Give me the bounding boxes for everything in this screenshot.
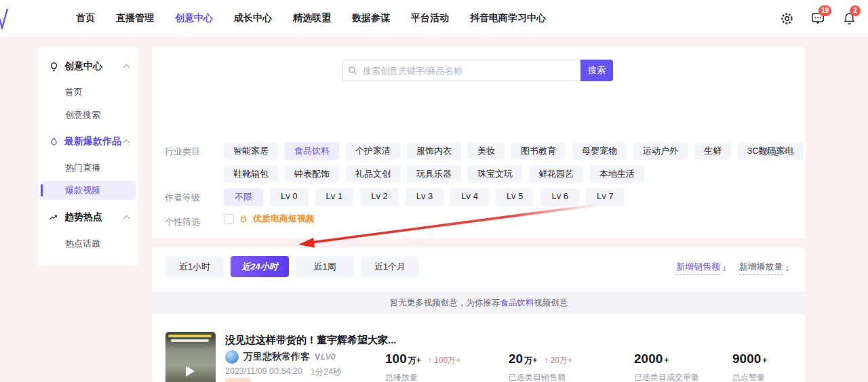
trend-icon — [49, 213, 59, 223]
sidebar-item-home[interactable]: 首页 — [38, 83, 138, 102]
nav-menu: 首页 直播管理 创意中心 成长中心 精选联盟 数据参谋 平台活动 抖音电商学习中… — [76, 12, 546, 24]
search-input[interactable] — [342, 60, 580, 81]
quality-video-checkbox[interactable] — [224, 214, 234, 224]
industry-tag-selected[interactable]: 食品饮料 — [285, 142, 339, 160]
creative-center-page: 首页 直播管理 创意中心 成长中心 精选联盟 数据参谋 平台活动 抖音电商学习中… — [0, 0, 868, 382]
time-filter-group: 近1小时 近24小时 近1周 近1个月 — [165, 256, 419, 277]
stat-label: 已选类目销售额 — [509, 372, 572, 382]
play-icon — [186, 366, 195, 377]
stat-delta: ↑ 20万+ — [544, 355, 572, 366]
nav-item-learning-center[interactable]: 抖音电商学习中心 — [470, 12, 546, 24]
sidebar-item-hot-videos[interactable]: 爆款视频 — [41, 181, 136, 200]
search-bar: 搜索 — [342, 60, 613, 81]
stat-value: 9000 — [732, 352, 761, 366]
author-level[interactable]: Lv 1 — [315, 188, 354, 206]
collapse-link[interactable]: 收起 — [762, 146, 787, 158]
industry-tag[interactable]: 个护家清 — [346, 142, 400, 160]
nav-item-home[interactable]: 首页 — [76, 12, 95, 24]
author-level-unlimited[interactable]: 不限 — [224, 188, 263, 206]
industry-tag[interactable]: 礼品文创 — [346, 165, 400, 183]
avatar[interactable] — [225, 350, 239, 364]
notice-category-link[interactable]: 食品饮料 — [500, 298, 534, 307]
nav-item-featured-alliance[interactable]: 精选联盟 — [293, 12, 331, 24]
sidebar-group-label: 趋势热点 — [64, 211, 102, 224]
author-level[interactable]: Lv 3 — [406, 188, 444, 206]
nav-item-data-advisor[interactable]: 数据参谋 — [352, 12, 390, 24]
author-level[interactable]: Lv 6 — [540, 188, 579, 206]
author-level[interactable]: Lv 5 — [496, 188, 534, 206]
stat-label: 总播放量 — [385, 372, 460, 382]
industry-tag[interactable]: 母婴宠物 — [572, 142, 627, 160]
industry-tag[interactable]: 珠宝文玩 — [468, 165, 522, 183]
top-navbar: 首页 直播管理 创意中心 成长中心 精选联盟 数据参谋 平台活动 抖音电商学习中… — [0, 0, 868, 37]
quality-video-label[interactable]: 优质电商短视频 — [253, 213, 315, 225]
stat-label: 总点赞量 — [732, 372, 767, 382]
industry-tag-row-2: 鞋靴箱包 钟表配饰 礼品文创 玩具乐器 珠宝文玩 鲜花园艺 本地生活 — [224, 165, 644, 183]
author-level[interactable]: Lv 7 — [586, 188, 625, 206]
author-level[interactable]: Lv 0 — [270, 188, 309, 206]
nav-item-creative-center[interactable]: 创意中心 — [175, 12, 213, 24]
sidebar-group-latest-hits[interactable]: 最新爆款作品 — [38, 132, 138, 151]
industry-tag[interactable]: 钟表配饰 — [285, 165, 339, 183]
stat-value: 20 — [509, 352, 523, 366]
industry-tag[interactable]: 生鲜 — [694, 142, 731, 160]
sort-by-sales[interactable]: 新增销售额 ↓ — [676, 261, 727, 275]
video-author-row: 万里悲秋常作客 VLV0 — [225, 350, 335, 364]
time-filter-1h[interactable]: 近1小时 — [165, 256, 224, 277]
filter-card: 搜索 行业类目 智能家居 食品饮料 个护家清 服饰内衣 美妆 图书教育 母婴宠物… — [152, 47, 806, 238]
industry-tag[interactable]: 本地生活 — [590, 165, 644, 183]
industry-tag[interactable]: 鞋靴箱包 — [224, 165, 278, 183]
search-button[interactable]: 搜索 — [580, 60, 613, 81]
author-level[interactable]: Lv 2 — [360, 188, 399, 206]
industry-tag[interactable]: 美妆 — [468, 142, 505, 160]
sidebar-item-hot-topics[interactable]: 热点话题 — [38, 234, 138, 253]
nav-item-growth-center[interactable]: 成长中心 — [234, 12, 272, 24]
nav-item-live-management[interactable]: 直播管理 — [116, 12, 154, 24]
stat-delta: ↑ 100万+ — [428, 355, 460, 366]
settings-gear-icon[interactable] — [778, 10, 795, 26]
stat-category-sales: 20万+↑ 20万+ 已选类目销售额 — [509, 352, 572, 382]
chevron-up-icon — [123, 64, 130, 71]
level-badge-text: LV0 — [321, 352, 335, 362]
sort-by-plays[interactable]: 新增播放量 ↓ — [739, 261, 790, 275]
sidebar-item-creative-search[interactable]: 创意搜索 — [38, 106, 138, 125]
video-duration: 1分24秒 — [311, 366, 342, 378]
author-level[interactable]: Lv 4 — [450, 188, 489, 206]
video-thumbnail[interactable] — [165, 332, 216, 382]
personal-filter-label: 个性筛选 — [165, 216, 212, 228]
notifications-bell-icon[interactable]: 2 — [841, 10, 857, 26]
collapse-label: 收起 — [762, 146, 779, 156]
author-name[interactable]: 万里悲秋常作客 — [243, 351, 310, 363]
industry-tag[interactable]: 运动户外 — [633, 142, 688, 160]
arrow-up-icon: ↑ — [428, 356, 432, 365]
industry-tag[interactable]: 服饰内衣 — [407, 142, 461, 160]
sort-plays-label: 新增播放量 — [739, 261, 783, 275]
industry-tag[interactable]: 玩具乐器 — [407, 165, 461, 183]
sidebar-group-creative-center[interactable]: 创意中心 — [38, 57, 138, 76]
stat-value: 2000 — [634, 352, 663, 366]
medal-icon — [239, 214, 248, 224]
thumbnail-caption-bar — [168, 335, 212, 337]
time-filter-1m[interactable]: 近1个月 — [361, 256, 419, 277]
nav-item-platform-activities[interactable]: 平台活动 — [411, 12, 449, 24]
chevron-up-icon — [123, 140, 130, 146]
stat-value: 100 — [385, 352, 407, 366]
messages-icon[interactable]: 19 — [810, 10, 826, 26]
author-level-badge: VLV0 — [315, 352, 335, 362]
v-badge-icon: V — [315, 352, 320, 362]
industry-tag[interactable]: 图书教育 — [511, 142, 566, 160]
industry-tag[interactable]: 智能家居 — [224, 142, 278, 160]
industry-category-label: 行业类目 — [165, 146, 212, 158]
industry-tag[interactable]: 鲜花园艺 — [529, 165, 583, 183]
video-title[interactable]: 没见过这样带货的！董宇辉希望大家... — [225, 334, 397, 347]
notice-prefix: 暂无更多视频创意，为你推荐 — [390, 298, 500, 307]
sidebar-group-trends[interactable]: 趋势热点 — [38, 208, 138, 227]
drop-icon — [49, 137, 59, 147]
stat-unit: + — [762, 356, 767, 365]
industry-tag-row-1: 智能家居 食品饮料 个护家清 服饰内衣 美妆 图书教育 母婴宠物 运动户外 生鲜… — [224, 142, 804, 160]
chevron-up-icon — [123, 215, 130, 222]
sidebar-item-hot-live[interactable]: 热门直播 — [38, 158, 138, 177]
time-filter-24h[interactable]: 近24小时 — [231, 256, 289, 277]
time-filter-1w[interactable]: 近1周 — [296, 256, 354, 277]
recommendation-notice: 暂无更多视频创意，为你推荐食品饮料视频创意 — [152, 291, 806, 314]
